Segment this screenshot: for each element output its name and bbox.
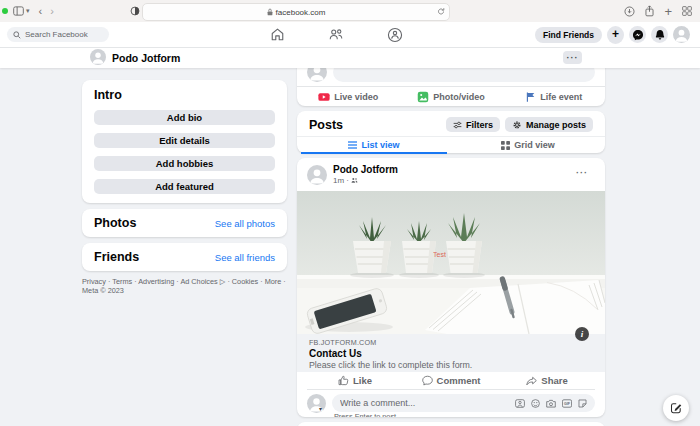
profile-avatar[interactable] xyxy=(673,26,690,43)
share-button[interactable]: Share xyxy=(499,375,595,386)
comment-hint: Press Enter to post. xyxy=(334,412,398,417)
avatar-chevron-icon: ▾ xyxy=(319,405,322,412)
comment-input[interactable] xyxy=(340,398,515,408)
back-button[interactable]: ‹ xyxy=(39,5,43,17)
photo-video-button[interactable]: Photo/video xyxy=(400,91,503,103)
see-all-friends-link[interactable]: See all friends xyxy=(215,252,275,263)
tab-home[interactable] xyxy=(257,26,297,43)
life-event-icon xyxy=(525,91,536,103)
photos-title: Photos xyxy=(94,216,136,230)
post-author-avatar[interactable] xyxy=(307,165,327,185)
nav-right-cluster: Find Friends + xyxy=(535,26,690,43)
avatar-sticker-icon[interactable] xyxy=(515,399,525,408)
add-featured-button[interactable]: Add featured xyxy=(94,179,275,194)
facebook-search[interactable] xyxy=(7,27,109,42)
commenter-avatar[interactable] xyxy=(307,394,326,413)
search-input[interactable] xyxy=(25,30,95,39)
messenger-button[interactable] xyxy=(629,26,646,43)
post-header: Podo Jotform 1m · ··· xyxy=(297,158,605,191)
camera-icon[interactable] xyxy=(546,399,556,408)
tab-grid-view[interactable]: Grid view xyxy=(451,137,605,153)
profile-bar-more-button[interactable]: ··· xyxy=(563,51,582,64)
tab-groups[interactable] xyxy=(375,26,415,43)
tab-overview-icon[interactable] xyxy=(682,6,692,16)
photo-video-icon xyxy=(417,91,429,103)
find-friends-button[interactable]: Find Friends xyxy=(535,27,602,43)
comment-button[interactable]: Comment xyxy=(403,375,499,386)
compose-fab-button[interactable] xyxy=(663,395,689,421)
gif-icon[interactable]: GIF xyxy=(562,399,572,408)
post-meta: 1m · xyxy=(333,176,358,185)
facebook-profile-page: ▾ ‹ › facebook.com + xyxy=(0,0,700,426)
see-all-photos-link[interactable]: See all photos xyxy=(215,218,275,229)
left-column: Intro Add bio Edit details Add hobbies A… xyxy=(82,80,287,296)
svg-text:GIF: GIF xyxy=(564,402,571,406)
comment-row: ▾ GIF xyxy=(297,390,605,417)
like-button[interactable]: Like xyxy=(307,375,403,386)
gear-icon xyxy=(512,120,522,130)
privacy-shield-icon[interactable] xyxy=(130,6,140,16)
address-bar[interactable]: facebook.com xyxy=(142,3,450,21)
profile-sticky-bar: Podo Jotform ··· xyxy=(0,47,700,68)
link-attachment[interactable]: FB.JOTFORM.COM Contact Us Please click t… xyxy=(297,334,605,372)
downloads-icon[interactable] xyxy=(624,6,635,17)
photos-card: Photos See all photos xyxy=(82,209,287,237)
list-view-icon xyxy=(348,141,357,149)
compose-pencil-icon xyxy=(670,402,682,414)
add-hobbies-button[interactable]: Add hobbies xyxy=(94,156,275,171)
friends-card: Friends See all friends xyxy=(82,243,287,271)
comment-tool-icons: GIF xyxy=(515,399,587,408)
reload-icon[interactable] xyxy=(437,6,445,17)
emoji-icon[interactable] xyxy=(531,399,540,408)
share-arrow-icon xyxy=(526,376,537,386)
post-actions: Like Comment Share xyxy=(307,372,595,390)
manage-posts-button[interactable]: Manage posts xyxy=(505,117,593,132)
sidebar-toggle-icon[interactable] xyxy=(13,6,24,16)
posts-title: Posts xyxy=(309,118,343,132)
link-title: Contact Us xyxy=(309,348,593,359)
sidebar-chevron-icon[interactable]: ▾ xyxy=(26,7,30,15)
traffic-light-green[interactable] xyxy=(2,8,8,14)
life-event-button[interactable]: Life event xyxy=(502,91,605,103)
profile-bar-name: Podo Jotform xyxy=(112,52,180,64)
filters-icon xyxy=(453,121,462,129)
friends-title: Friends xyxy=(94,250,139,264)
edit-details-button[interactable]: Edit details xyxy=(94,133,275,148)
image-overlay-text: Test xyxy=(433,251,446,258)
add-bio-button[interactable]: Add bio xyxy=(94,110,275,125)
intro-card: Intro Add bio Edit details Add hobbies A… xyxy=(82,80,287,203)
create-button[interactable]: + xyxy=(607,26,624,44)
post-image[interactable]: Test xyxy=(297,191,605,334)
link-description: Please click the link to complete this f… xyxy=(309,360,593,370)
profile-bar-avatar[interactable] xyxy=(90,49,106,65)
share-icon[interactable] xyxy=(645,5,654,17)
intro-title: Intro xyxy=(94,88,275,102)
new-tab-icon[interactable]: + xyxy=(664,4,672,19)
post-card: Podo Jotform 1m · ··· xyxy=(297,158,605,417)
url-text: facebook.com xyxy=(276,8,326,17)
post-author-name[interactable]: Podo Jotform xyxy=(333,164,398,175)
comment-input-pill[interactable]: GIF xyxy=(332,394,595,412)
like-icon xyxy=(338,375,349,386)
grid-view-icon xyxy=(501,141,510,150)
link-domain: FB.JOTFORM.COM xyxy=(309,338,593,347)
tab-list-view[interactable]: List view xyxy=(297,137,451,153)
notifications-button[interactable] xyxy=(651,26,668,43)
legal-footer[interactable]: Privacy · Terms · Advertising · Ad Choic… xyxy=(82,277,287,296)
post-more-button[interactable]: ··· xyxy=(571,166,593,180)
info-icon[interactable]: i xyxy=(575,327,589,341)
live-video-icon xyxy=(318,91,330,103)
facebook-top-nav: Find Friends + xyxy=(0,22,700,48)
tab-friends[interactable] xyxy=(316,26,356,43)
filters-button[interactable]: Filters xyxy=(446,117,500,132)
forward-button[interactable]: › xyxy=(50,5,54,17)
composer-actions: Live video Photo/video Life event xyxy=(297,86,605,106)
search-icon xyxy=(13,31,21,39)
browser-toolbar: ▾ ‹ › facebook.com + xyxy=(0,0,700,23)
next-post-card xyxy=(297,422,605,426)
lock-icon xyxy=(267,8,273,16)
sticker-icon[interactable] xyxy=(578,399,587,408)
live-video-button[interactable]: Live video xyxy=(297,91,400,103)
comment-icon xyxy=(422,375,433,386)
main-column: Live video Photo/video Life event xyxy=(297,56,605,426)
